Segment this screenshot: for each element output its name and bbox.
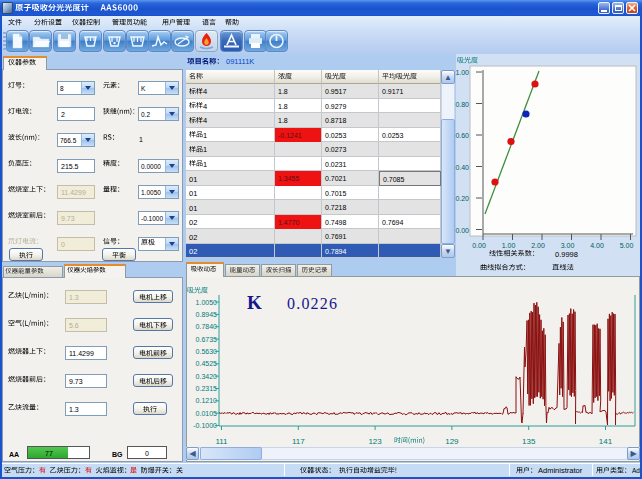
svg-text:141: 141 bbox=[599, 437, 613, 446]
svg-text:0.3420: 0.3420 bbox=[196, 373, 218, 380]
svg-text:0.2315: 0.2315 bbox=[196, 385, 218, 392]
svg-text:0.00: 0.00 bbox=[455, 227, 469, 234]
svg-text:2.00: 2.00 bbox=[531, 242, 545, 249]
svg-text:0.20: 0.20 bbox=[455, 195, 469, 202]
svg-text:1.00: 1.00 bbox=[455, 69, 469, 76]
svg-text:1.0050: 1.0050 bbox=[196, 299, 218, 306]
svg-text:4.00: 4.00 bbox=[590, 242, 604, 249]
svg-text:0.60: 0.60 bbox=[455, 132, 469, 139]
svg-text:123: 123 bbox=[368, 437, 382, 446]
svg-text:0.7840: 0.7840 bbox=[196, 323, 218, 330]
svg-text:1.00: 1.00 bbox=[502, 242, 516, 249]
svg-text:0.5630: 0.5630 bbox=[196, 348, 218, 355]
svg-text:129: 129 bbox=[445, 437, 459, 446]
svg-text:0.1210: 0.1210 bbox=[196, 397, 218, 404]
svg-text:3.00: 3.00 bbox=[561, 242, 575, 249]
svg-text:0.40: 0.40 bbox=[455, 164, 469, 171]
svg-text:-0.1000: -0.1000 bbox=[193, 422, 217, 429]
svg-text:0.6735: 0.6735 bbox=[196, 336, 218, 343]
svg-text:5.00: 5.00 bbox=[620, 242, 634, 249]
svg-text:0.80: 0.80 bbox=[455, 101, 469, 108]
svg-text:0.0105: 0.0105 bbox=[196, 410, 218, 417]
svg-text:117: 117 bbox=[292, 437, 305, 446]
svg-text:135: 135 bbox=[522, 437, 536, 446]
svg-text:0.00: 0.00 bbox=[472, 242, 486, 249]
svg-text:0.4525: 0.4525 bbox=[196, 360, 218, 367]
svg-text:111: 111 bbox=[215, 437, 228, 446]
svg-text:0.8945: 0.8945 bbox=[196, 311, 218, 318]
